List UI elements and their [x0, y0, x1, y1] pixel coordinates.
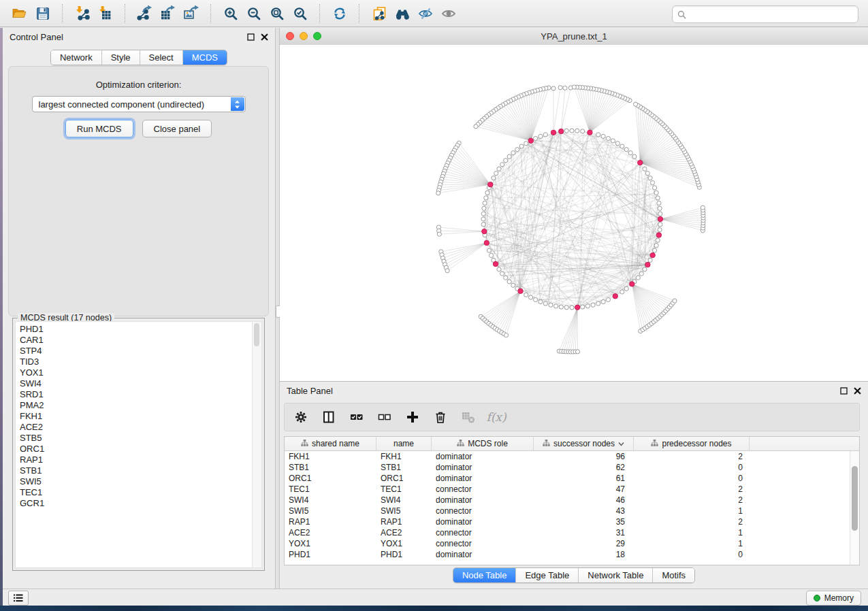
column-header-successor-nodes[interactable]: successor nodes — [534, 437, 634, 450]
table-row[interactable]: ORC1ORC1dominator610 — [285, 473, 859, 484]
settings-gear-button[interactable] — [293, 409, 309, 425]
export-network-icon — [137, 5, 153, 22]
close-panel-icon[interactable] — [854, 387, 861, 395]
float-panel-icon[interactable] — [247, 33, 255, 41]
export-image-button[interactable] — [180, 3, 203, 24]
mcds-tab-content: Optimization criterion: largest connecte… — [8, 66, 269, 316]
table-row[interactable]: PHD1PHD1dominator180 — [285, 549, 859, 560]
run-mcds-button[interactable]: Run MCDS — [65, 120, 133, 137]
control-panel: Control Panel NetworkStyleSelectMCDS Opt… — [3, 28, 275, 589]
export-network-button[interactable] — [133, 3, 157, 24]
binoculars-icon — [395, 6, 410, 21]
table-toolbar: f(x) — [284, 403, 860, 431]
zoom-selected-button[interactable] — [289, 3, 312, 24]
column-header-shared-name[interactable]: shared name — [285, 437, 376, 450]
table-row[interactable]: ACE2ACE2connector311 — [285, 527, 859, 538]
table-tab-network-table[interactable]: Network Table — [578, 568, 652, 582]
hierarchy-icon — [301, 439, 308, 448]
close-panel-button[interactable]: Close panel — [142, 120, 212, 137]
column-view-button[interactable] — [321, 409, 337, 425]
close-panel-icon[interactable] — [261, 33, 268, 41]
result-node-label: SWI4 — [20, 378, 261, 389]
table-tab-edge-table[interactable]: Edge Table — [515, 568, 578, 582]
result-node-label: STP4 — [20, 346, 261, 357]
show-visibility-button[interactable] — [437, 3, 460, 24]
network-canvas[interactable] — [280, 45, 868, 381]
function-button: f(x) — [488, 409, 504, 425]
settings-gear-icon — [294, 410, 308, 424]
hide-visibility-icon — [418, 6, 433, 21]
table-row[interactable]: SWI4SWI4dominator462 — [285, 495, 859, 506]
binoculars-button[interactable] — [391, 3, 414, 24]
share-document-button[interactable] — [368, 3, 391, 24]
result-node-label: PMA2 — [20, 400, 261, 411]
table-row[interactable]: YOX1YOX1connector291 — [285, 538, 859, 549]
table-tabs: Node TableEdge TableNetwork TableMotifs — [280, 567, 868, 583]
memory-label: Memory — [824, 593, 854, 603]
hierarchy-icon — [651, 439, 658, 448]
refresh-button[interactable] — [328, 3, 351, 24]
toolbar-separator — [62, 4, 63, 23]
add-row-button[interactable] — [404, 409, 421, 425]
export-table-button[interactable] — [157, 3, 180, 24]
save-button[interactable] — [31, 3, 54, 24]
search-box[interactable] — [672, 5, 858, 23]
hierarchy-icon — [457, 439, 464, 448]
table-panel: Table Panel f(x) shared namename MCDS ro… — [280, 381, 868, 589]
deselect-all-icon — [378, 410, 391, 424]
zoom-fit-button[interactable] — [266, 3, 289, 24]
mcds-result-group: MCDS result (17 nodes) PHD1CAR1STP4TID3Y… — [12, 318, 265, 571]
toolbar-separator — [359, 4, 360, 23]
zoom-fit-icon — [270, 6, 285, 21]
list-icon — [14, 594, 23, 602]
table-row[interactable]: RAP1RAP1dominator352 — [285, 516, 859, 527]
network-window-title: YPA_prune.txt_1 — [280, 31, 868, 42]
memory-button[interactable]: Memory — [806, 591, 861, 606]
zoom-in-icon — [223, 6, 238, 21]
node-table[interactable]: shared namename MCDS role successor node… — [284, 436, 860, 565]
result-scrollbar[interactable] — [252, 322, 261, 567]
panel-splitter[interactable] — [275, 28, 280, 589]
tab-select[interactable]: Select — [140, 50, 182, 65]
column-view-icon — [322, 410, 336, 424]
table-tab-node-table[interactable]: Node Table — [453, 568, 516, 582]
desktop-background — [0, 606, 868, 611]
open-folder-button[interactable] — [8, 3, 31, 24]
zoom-in-button[interactable] — [219, 3, 242, 24]
result-node-label: ORC1 — [20, 444, 261, 455]
result-node-label: TEC1 — [20, 487, 261, 498]
table-row[interactable]: FKH1FKH1dominator962 — [285, 451, 859, 462]
optimization-criterion-value: largest connected component (undirected) — [33, 99, 245, 110]
tab-style[interactable]: Style — [101, 50, 140, 65]
status-menu-button[interactable] — [8, 591, 29, 606]
search-input[interactable] — [689, 7, 858, 21]
function-icon: f(x) — [486, 410, 506, 424]
select-all-button[interactable] — [349, 409, 365, 425]
delete-row-icon — [434, 410, 447, 424]
import-network-icon — [74, 5, 91, 22]
hide-visibility-button[interactable] — [414, 3, 437, 24]
table-row[interactable]: STB1STB1dominator620 — [285, 462, 859, 473]
table-row[interactable]: SWI5SWI5connector431 — [285, 506, 859, 516]
delete-row-button[interactable] — [432, 409, 449, 425]
tab-network[interactable]: Network — [51, 50, 101, 65]
zoom-out-button[interactable] — [242, 3, 266, 24]
optimization-criterion-select[interactable]: largest connected component (undirected) — [32, 96, 246, 112]
status-bar: Memory — [3, 589, 868, 606]
import-network-button[interactable] — [71, 3, 94, 24]
column-header-name[interactable]: name — [376, 437, 432, 450]
optimization-criterion-label: Optimization criterion: — [9, 80, 268, 90]
float-panel-icon[interactable] — [840, 387, 848, 395]
network-graph[interactable] — [280, 45, 868, 381]
table-scrollbar[interactable] — [850, 451, 859, 565]
add-row-icon — [406, 410, 419, 424]
zoom-selected-icon — [293, 6, 308, 21]
tab-mcds[interactable]: MCDS — [182, 50, 227, 65]
import-table-button[interactable] — [94, 3, 117, 24]
column-header-MCDS-role[interactable]: MCDS role — [432, 437, 534, 450]
deselect-all-button[interactable] — [376, 409, 393, 425]
table-tab-motifs[interactable]: Motifs — [652, 568, 694, 582]
result-node-label: RAP1 — [20, 455, 261, 465]
column-header-predecessor-nodes[interactable]: predecessor nodes — [634, 437, 750, 450]
table-row[interactable]: TEC1TEC1connector472 — [285, 484, 859, 495]
